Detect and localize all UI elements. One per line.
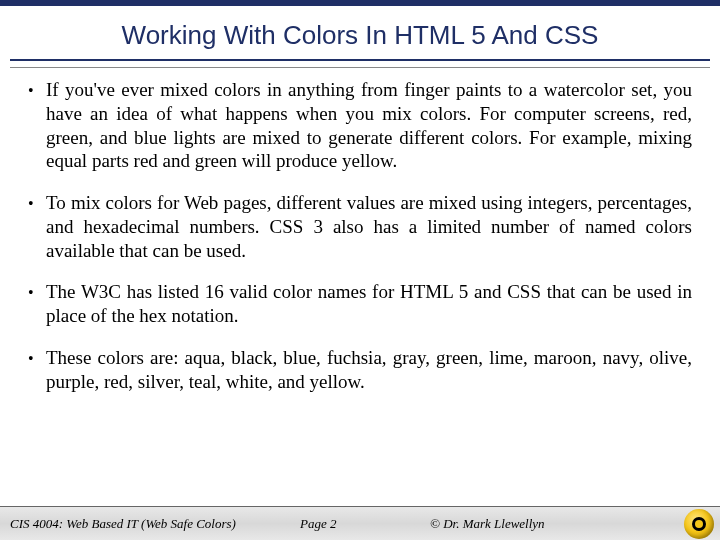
slide-body: • If you've ever mixed colors in anythin… xyxy=(0,68,720,506)
bullet-list: • If you've ever mixed colors in anythin… xyxy=(28,78,692,393)
bullet-text: These colors are: aqua, black, blue, fuc… xyxy=(46,346,692,394)
bullet-text: The W3C has listed 16 valid color names … xyxy=(46,280,692,328)
footer-page: Page 2 xyxy=(300,516,336,532)
bullet-dot: • xyxy=(28,346,46,394)
slide-footer: CIS 4004: Web Based IT (Web Safe Colors)… xyxy=(0,506,720,540)
footer-copyright: © Dr. Mark Llewellyn xyxy=(430,516,545,532)
bullet-dot: • xyxy=(28,280,46,328)
list-item: • If you've ever mixed colors in anythin… xyxy=(28,78,692,173)
list-item: • These colors are: aqua, black, blue, f… xyxy=(28,346,692,394)
list-item: • To mix colors for Web pages, different… xyxy=(28,191,692,262)
slide: Working With Colors In HTML 5 And CSS • … xyxy=(0,0,720,540)
bullet-dot: • xyxy=(28,78,46,173)
ucf-logo-icon xyxy=(684,509,714,539)
footer-course: CIS 4004: Web Based IT (Web Safe Colors) xyxy=(8,516,236,532)
bullet-text: To mix colors for Web pages, different v… xyxy=(46,191,692,262)
title-underline xyxy=(10,59,710,61)
list-item: • The W3C has listed 16 valid color name… xyxy=(28,280,692,328)
slide-title: Working With Colors In HTML 5 And CSS xyxy=(0,6,720,59)
bullet-dot: • xyxy=(28,191,46,262)
bullet-text: If you've ever mixed colors in anything … xyxy=(46,78,692,173)
